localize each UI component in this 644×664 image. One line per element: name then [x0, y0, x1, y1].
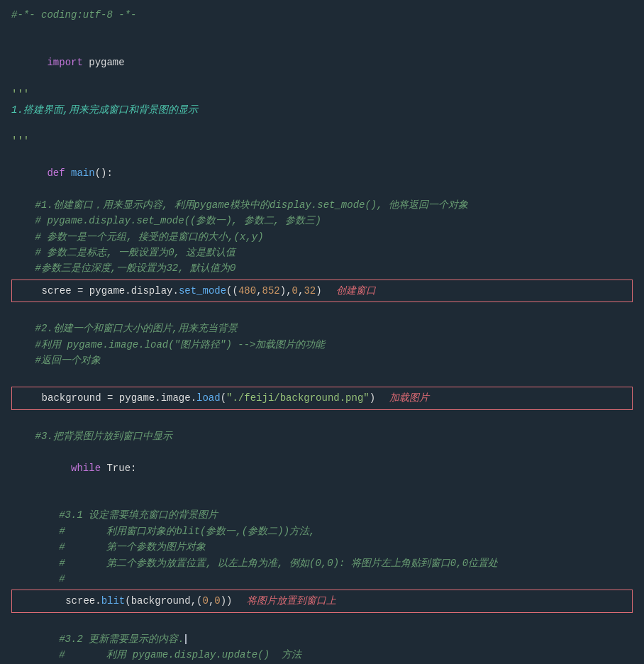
code-text: '''	[11, 133, 633, 149]
line-def: def main():	[0, 150, 644, 197]
code-line-blit: scree.blit(background,(0,0))	[18, 593, 233, 609]
code-editor: #-*- coding:utf-8 -*- import pygame ''' …	[0, 0, 644, 664]
code-text: # 参数一是一个元组, 接受的是窗口的大小,(x,y)	[11, 229, 633, 245]
keyword-import: import	[47, 57, 82, 68]
highlighted-block-3: scree.blit(background,(0,0)) 将图片放置到窗口上	[11, 590, 633, 612]
line-blank6	[0, 492, 644, 507]
line-blank7	[0, 616, 644, 631]
line-c16: # 利用 pygame.display.update() 方法	[0, 647, 644, 663]
line-blank	[0, 23, 644, 38]
line-blank3	[0, 305, 644, 321]
code-text: '''	[11, 87, 633, 102]
keyword-def: def	[47, 167, 65, 179]
highlighted-block-2: background = pygame.image.load("./feiji/…	[11, 387, 633, 409]
line-c2: # pygame.display.set_mode((参数一), 参数二, 参数…	[0, 213, 644, 228]
code-text: # 利用窗口对象的blit(参数一,(参数二))方法,	[11, 524, 633, 539]
code-text: #利用 pygame.image.load("图片路径") -->加载图片的功能	[11, 337, 633, 353]
code-text: #3.1 设定需要填充窗口的背景图片	[11, 507, 633, 523]
line-import: import pygame	[0, 38, 644, 86]
line-1: #-*- coding:utf-8 -*-	[0, 7, 644, 23]
line-c6: #2.创建一个和窗口大小的图片,用来充当背景	[0, 321, 644, 336]
annotation-1: 创建窗口	[336, 283, 376, 299]
code-text: #3.把背景图片放到窗口中显示	[11, 428, 633, 444]
line-blank5	[0, 413, 644, 428]
code-text: #参数三是位深度,一般设置为32, 默认值为0	[11, 260, 633, 276]
code-text: 1.搭建界面,用来完成窗口和背景图的显示	[11, 102, 633, 118]
line-while: while True:	[0, 444, 644, 492]
code-text: # 利用 pygame.display.update() 方法	[11, 647, 633, 663]
line-c1: #1.创建窗口，用来显示内容, 利用pygame模块中的display.set_…	[0, 197, 644, 213]
line-c11: # 利用窗口对象的blit(参数一,(参数二))方法,	[0, 524, 644, 539]
line-c14: #	[0, 571, 644, 587]
line-comment1: 1.搭建界面,用来完成窗口和背景图的显示	[0, 102, 644, 118]
line-c5: #参数三是位深度,一般设置为32, 默认值为0	[0, 260, 644, 276]
code-text: #返回一个对象	[11, 353, 633, 368]
line-c4: # 参数二是标志, 一般设置为0, 这是默认值	[0, 245, 644, 260]
code-text: #	[11, 571, 633, 587]
line-c9: #3.把背景图片放到窗口中显示	[0, 428, 644, 444]
highlighted-block-1: scree = pygame.display.set_mode((480,852…	[11, 280, 633, 302]
annotation-2: 加载图片	[389, 390, 429, 406]
line-c3: # 参数一是一个元组, 接受的是窗口的大小,(x,y)	[0, 229, 644, 245]
code-text: # 第一个参数为图片对象	[11, 539, 633, 555]
line-quote1: '''	[0, 87, 644, 102]
line-c13: # 第二个参数为放置位置, 以左上角为准, 例如(0,0): 将图片左上角贴到窗…	[0, 555, 644, 571]
code-text: # 第二个参数为放置位置, 以左上角为准, 例如(0,0): 将图片左上角贴到窗…	[11, 555, 633, 571]
line-c8: #返回一个对象	[0, 353, 644, 368]
code-text: # pygame.display.set_mode((参数一), 参数二, 参数…	[11, 213, 633, 228]
line-quote2: '''	[0, 133, 644, 149]
code-text: #2.创建一个和窗口大小的图片,用来充当背景	[11, 321, 633, 336]
line-c7: #利用 pygame.image.load("图片路径") -->加载图片的功能	[0, 337, 644, 353]
code-text: # 参数二是标志, 一般设置为0, 这是默认值	[11, 245, 633, 260]
code-line-background: background = pygame.image.load("./feiji/…	[18, 390, 375, 406]
line-blank2	[0, 118, 644, 133]
code-text: #3.2 更新需要显示的内容.	[11, 631, 633, 647]
code-line-scree: scree = pygame.display.set_mode((480,852…	[18, 283, 322, 299]
code-text: #1.创建窗口，用来显示内容, 利用pygame模块中的display.set_…	[11, 197, 633, 213]
code-text: #-*- coding:utf-8 -*-	[11, 7, 633, 23]
line-c10: #3.1 设定需要填充窗口的背景图片	[0, 507, 644, 523]
line-blank4	[0, 368, 644, 384]
line-c12: # 第一个参数为图片对象	[0, 539, 644, 555]
annotation-3: 将图片放置到窗口上	[247, 593, 336, 609]
line-c15: #3.2 更新需要显示的内容.	[0, 631, 644, 647]
